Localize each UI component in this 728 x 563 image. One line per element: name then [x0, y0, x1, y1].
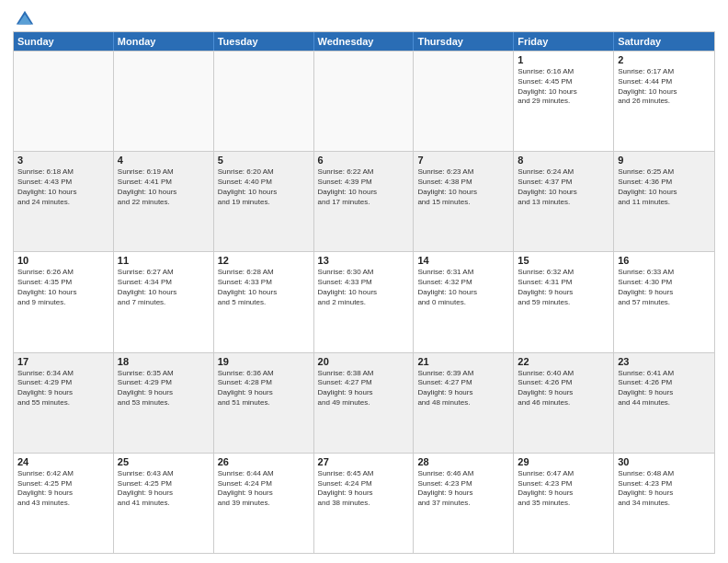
- calendar-cell: 18Sunrise: 6:35 AM Sunset: 4:29 PM Dayli…: [114, 353, 214, 453]
- calendar-cell: 6Sunrise: 6:22 AM Sunset: 4:39 PM Daylig…: [314, 152, 415, 251]
- day-number: 20: [318, 356, 410, 367]
- calendar-cell: 23Sunrise: 6:41 AM Sunset: 4:26 PM Dayli…: [614, 353, 714, 453]
- day-number: 3: [17, 155, 109, 166]
- calendar-row-3: 17Sunrise: 6:34 AM Sunset: 4:29 PM Dayli…: [14, 352, 714, 453]
- day-number: 12: [218, 255, 310, 266]
- day-number: 8: [518, 155, 609, 166]
- day-number: 2: [618, 54, 711, 65]
- cell-info: Sunrise: 6:44 AM Sunset: 4:24 PM Dayligh…: [218, 469, 310, 509]
- cell-info: Sunrise: 6:31 AM Sunset: 4:32 PM Dayligh…: [417, 268, 509, 307]
- day-number: 9: [618, 155, 711, 166]
- cell-info: Sunrise: 6:36 AM Sunset: 4:28 PM Dayligh…: [218, 369, 310, 408]
- day-number: 10: [17, 255, 109, 266]
- cell-info: Sunrise: 6:27 AM Sunset: 4:34 PM Dayligh…: [118, 268, 210, 307]
- cell-info: Sunrise: 6:32 AM Sunset: 4:31 PM Dayligh…: [518, 268, 609, 307]
- day-number: 25: [118, 456, 210, 467]
- calendar-cell: 26Sunrise: 6:44 AM Sunset: 4:24 PM Dayli…: [214, 454, 314, 553]
- calendar-cell: 14Sunrise: 6:31 AM Sunset: 4:32 PM Dayli…: [414, 252, 514, 351]
- calendar-cell: 3Sunrise: 6:18 AM Sunset: 4:43 PM Daylig…: [14, 152, 114, 251]
- day-number: 30: [618, 456, 711, 467]
- calendar-cell: 13Sunrise: 6:30 AM Sunset: 4:33 PM Dayli…: [314, 252, 415, 351]
- day-number: 28: [417, 456, 509, 467]
- calendar-row-0: 1Sunrise: 6:16 AM Sunset: 4:45 PM Daylig…: [14, 51, 714, 151]
- day-number: 18: [118, 356, 210, 367]
- day-number: 16: [618, 255, 711, 266]
- calendar-cell: 4Sunrise: 6:19 AM Sunset: 4:41 PM Daylig…: [114, 152, 214, 251]
- page: SundayMondayTuesdayWednesdayThursdayFrid…: [0, 0, 728, 563]
- calendar-cell: 11Sunrise: 6:27 AM Sunset: 4:34 PM Dayli…: [114, 252, 214, 351]
- calendar-header: SundayMondayTuesdayWednesdayThursdayFrid…: [14, 32, 714, 51]
- day-number: 29: [518, 456, 609, 467]
- calendar-cell: 17Sunrise: 6:34 AM Sunset: 4:29 PM Dayli…: [14, 353, 114, 453]
- header-day-thursday: Thursday: [414, 32, 514, 51]
- cell-info: Sunrise: 6:17 AM Sunset: 4:44 PM Dayligh…: [618, 67, 711, 107]
- calendar-cell: 30Sunrise: 6:48 AM Sunset: 4:23 PM Dayli…: [614, 454, 714, 553]
- day-number: 21: [417, 356, 509, 367]
- calendar-cell: [114, 52, 214, 151]
- logo-text: [13, 9, 35, 29]
- cell-info: Sunrise: 6:38 AM Sunset: 4:27 PM Dayligh…: [318, 369, 410, 408]
- header-day-monday: Monday: [114, 32, 214, 51]
- day-number: 26: [218, 456, 310, 467]
- calendar-row-2: 10Sunrise: 6:26 AM Sunset: 4:35 PM Dayli…: [14, 251, 714, 351]
- cell-info: Sunrise: 6:23 AM Sunset: 4:38 PM Dayligh…: [417, 167, 509, 207]
- cell-info: Sunrise: 6:18 AM Sunset: 4:43 PM Dayligh…: [17, 167, 109, 207]
- cell-info: Sunrise: 6:34 AM Sunset: 4:29 PM Dayligh…: [17, 369, 109, 408]
- day-number: 27: [318, 456, 410, 467]
- calendar-cell: 28Sunrise: 6:46 AM Sunset: 4:23 PM Dayli…: [414, 454, 514, 553]
- cell-info: Sunrise: 6:39 AM Sunset: 4:27 PM Dayligh…: [417, 369, 509, 408]
- header-day-wednesday: Wednesday: [314, 32, 415, 51]
- cell-info: Sunrise: 6:45 AM Sunset: 4:24 PM Dayligh…: [318, 469, 410, 509]
- cell-info: Sunrise: 6:25 AM Sunset: 4:36 PM Dayligh…: [618, 167, 711, 207]
- calendar-cell: 10Sunrise: 6:26 AM Sunset: 4:35 PM Dayli…: [14, 252, 114, 351]
- day-number: 6: [318, 155, 410, 166]
- calendar-body: 1Sunrise: 6:16 AM Sunset: 4:45 PM Daylig…: [14, 51, 714, 553]
- calendar-cell: 20Sunrise: 6:38 AM Sunset: 4:27 PM Dayli…: [314, 353, 415, 453]
- day-number: 17: [17, 356, 109, 367]
- cell-info: Sunrise: 6:28 AM Sunset: 4:33 PM Dayligh…: [218, 268, 310, 307]
- cell-info: Sunrise: 6:48 AM Sunset: 4:23 PM Dayligh…: [618, 469, 711, 509]
- header-day-saturday: Saturday: [614, 32, 714, 51]
- day-number: 22: [518, 356, 609, 367]
- calendar-cell: 15Sunrise: 6:32 AM Sunset: 4:31 PM Dayli…: [514, 252, 614, 351]
- cell-info: Sunrise: 6:41 AM Sunset: 4:26 PM Dayligh…: [618, 369, 711, 408]
- cell-info: Sunrise: 6:47 AM Sunset: 4:23 PM Dayligh…: [518, 469, 609, 509]
- logo-icon: [15, 9, 35, 29]
- calendar-cell: [214, 52, 314, 151]
- cell-info: Sunrise: 6:33 AM Sunset: 4:30 PM Dayligh…: [618, 268, 711, 307]
- calendar-cell: [314, 52, 415, 151]
- cell-info: Sunrise: 6:16 AM Sunset: 4:45 PM Dayligh…: [518, 67, 609, 107]
- cell-info: Sunrise: 6:20 AM Sunset: 4:40 PM Dayligh…: [218, 167, 310, 207]
- logo: [13, 9, 35, 26]
- calendar-cell: [414, 52, 514, 151]
- cell-info: Sunrise: 6:24 AM Sunset: 4:37 PM Dayligh…: [518, 167, 609, 207]
- calendar-cell: 5Sunrise: 6:20 AM Sunset: 4:40 PM Daylig…: [214, 152, 314, 251]
- cell-info: Sunrise: 6:22 AM Sunset: 4:39 PM Dayligh…: [318, 167, 410, 207]
- calendar-cell: 12Sunrise: 6:28 AM Sunset: 4:33 PM Dayli…: [214, 252, 314, 351]
- cell-info: Sunrise: 6:35 AM Sunset: 4:29 PM Dayligh…: [118, 369, 210, 408]
- day-number: 11: [118, 255, 210, 266]
- day-number: 5: [218, 155, 310, 166]
- day-number: 13: [318, 255, 410, 266]
- header: [13, 9, 715, 26]
- calendar-cell: 19Sunrise: 6:36 AM Sunset: 4:28 PM Dayli…: [214, 353, 314, 453]
- calendar-cell: 7Sunrise: 6:23 AM Sunset: 4:38 PM Daylig…: [414, 152, 514, 251]
- day-number: 24: [17, 456, 109, 467]
- cell-info: Sunrise: 6:30 AM Sunset: 4:33 PM Dayligh…: [318, 268, 410, 307]
- day-number: 4: [118, 155, 210, 166]
- calendar-row-1: 3Sunrise: 6:18 AM Sunset: 4:43 PM Daylig…: [14, 151, 714, 251]
- day-number: 1: [518, 54, 609, 65]
- calendar-cell: 29Sunrise: 6:47 AM Sunset: 4:23 PM Dayli…: [514, 454, 614, 553]
- day-number: 19: [218, 356, 310, 367]
- cell-info: Sunrise: 6:26 AM Sunset: 4:35 PM Dayligh…: [17, 268, 109, 307]
- cell-info: Sunrise: 6:46 AM Sunset: 4:23 PM Dayligh…: [417, 469, 509, 509]
- calendar-cell: [14, 52, 114, 151]
- calendar-cell: 16Sunrise: 6:33 AM Sunset: 4:30 PM Dayli…: [614, 252, 714, 351]
- calendar-cell: 24Sunrise: 6:42 AM Sunset: 4:25 PM Dayli…: [14, 454, 114, 553]
- day-number: 14: [417, 255, 509, 266]
- header-day-friday: Friday: [514, 32, 614, 51]
- cell-info: Sunrise: 6:19 AM Sunset: 4:41 PM Dayligh…: [118, 167, 210, 207]
- calendar: SundayMondayTuesdayWednesdayThursdayFrid…: [13, 31, 715, 554]
- calendar-row-4: 24Sunrise: 6:42 AM Sunset: 4:25 PM Dayli…: [14, 453, 714, 553]
- day-number: 15: [518, 255, 609, 266]
